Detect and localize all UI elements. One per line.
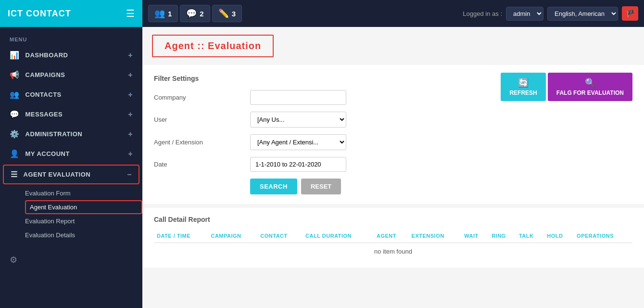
badge-count-2: 2	[200, 10, 203, 18]
contacts-plus-icon: +	[128, 90, 133, 99]
sidebar: MENU 📊 DASHBOARD + 📢 CAMPAIGNS + 👥 CONTA…	[0, 27, 142, 308]
reset-button[interactable]: RESET	[301, 179, 341, 194]
flag-button[interactable]: 🏴	[622, 6, 638, 21]
search-button[interactable]: SEARCH	[250, 179, 297, 194]
col-extension: EXTENSION	[409, 229, 462, 243]
sidebar-label-dashboard: DASHBOARD	[25, 51, 68, 59]
report-table-head: DATE / TIME CAMPAIGN CONTACT CALL DURATI…	[154, 229, 632, 243]
dashboard-plus-icon: +	[128, 51, 133, 60]
hamburger-icon[interactable]: ☰	[126, 8, 135, 19]
badge-count-1: 1	[168, 10, 172, 18]
company-input[interactable]	[250, 90, 346, 105]
filter-row-agent: Agent / Extension [Any Agent / Extensi..…	[154, 134, 632, 150]
sidebar-item-dashboard[interactable]: 📊 DASHBOARD +	[0, 45, 142, 65]
date-input[interactable]	[250, 157, 346, 172]
sidebar-label-contacts: CONTACTS	[25, 91, 62, 98]
administration-plus-icon: +	[128, 130, 133, 139]
search-flag-icon: 🔍	[585, 77, 595, 88]
flag-icon: 🏴	[626, 10, 634, 17]
agent-select[interactable]: [Any Agent / Extensi...	[250, 134, 346, 150]
edit-icon: ✏️	[218, 8, 229, 19]
my-account-plus-icon: +	[128, 150, 133, 158]
user-label: User	[154, 116, 250, 123]
empty-row: no item found	[154, 243, 632, 260]
sidebar-menu-label: MENU	[0, 31, 142, 45]
col-agent: AGENT	[374, 229, 409, 243]
refresh-button[interactable]: 🔄 REFRESH	[501, 73, 545, 101]
badge-count-3: 3	[232, 10, 236, 18]
campaigns-icon: 📢	[10, 70, 20, 79]
col-call-duration: CALL DURATION	[303, 229, 374, 243]
admin-select[interactable]: admin	[506, 7, 543, 21]
chat-icon: 💬	[186, 8, 197, 19]
nav-badge-2[interactable]: 💬 2	[180, 5, 210, 22]
my-account-icon: 👤	[10, 149, 20, 158]
filter-section: Filter Settings 🔄 REFRESH 🔍 FALG FOR EVA…	[142, 65, 644, 204]
col-talk: TALK	[516, 229, 544, 243]
col-hold: HOLD	[544, 229, 574, 243]
users-icon: 👥	[154, 8, 165, 19]
top-header: ICT CONTACT ☰ 👥 1 💬 2 ✏️ 3 Logged in as …	[0, 0, 644, 27]
sidebar-label-agent-eval: AGENT EVALUATION	[24, 171, 91, 178]
refresh-icon: 🔄	[518, 77, 529, 88]
refresh-label: REFRESH	[509, 90, 537, 96]
agent-eval-minus-icon: −	[127, 170, 132, 179]
header-nav: 👥 1 💬 2 ✏️ 3	[142, 5, 463, 22]
top-action-buttons: 🔄 REFRESH 🔍 FALG FOR EVALUATION	[501, 73, 632, 101]
flag-eval-button[interactable]: 🔍 FALG FOR EVALUATION	[548, 73, 632, 101]
language-select[interactable]: English, American	[547, 7, 618, 21]
brand-area: ICT CONTACT ☰	[0, 0, 142, 27]
campaigns-plus-icon: +	[128, 71, 133, 79]
sidebar-item-my-account[interactable]: 👤 MY ACCOUNT +	[0, 144, 142, 164]
agent-label: Agent / Extension	[154, 139, 250, 146]
col-operations: OPERATIONS	[574, 229, 632, 243]
page-title: Agent :: Evaluation	[164, 40, 261, 51]
no-item-text: no item found	[154, 243, 632, 260]
sidebar-sub-eval-report[interactable]: Evaluation Report	[25, 214, 142, 228]
user-select[interactable]: [Any Us...	[250, 112, 346, 128]
report-section: Call Detail Report DATE / TIME CAMPAIGN …	[142, 208, 644, 268]
content-area: Agent :: Evaluation Filter Settings 🔄 RE…	[142, 27, 644, 308]
sidebar-sub-eval-details[interactable]: Evaluation Details	[25, 228, 142, 242]
sidebar-item-messages[interactable]: 💬 MESSAGES +	[0, 104, 142, 124]
administration-icon: ⚙️	[10, 129, 20, 139]
flag-eval-label: FALG FOR EVALUATION	[556, 90, 624, 96]
sidebar-sub-menu: Evaluation Form Agent Evaluation Evaluat…	[0, 185, 142, 243]
sidebar-item-contacts[interactable]: 👥 CONTACTS +	[0, 85, 142, 104]
col-wait: WAIT	[461, 229, 489, 243]
contacts-icon: 👥	[10, 90, 20, 99]
settings-cog-icon[interactable]: ⚙	[10, 255, 17, 265]
dashboard-icon: 📊	[10, 51, 20, 60]
action-buttons: SEARCH RESET	[250, 179, 632, 194]
col-datetime: DATE / TIME	[154, 229, 208, 243]
col-ring: RING	[489, 229, 516, 243]
company-label: Commpany	[154, 94, 250, 101]
sidebar-sub-eval-form[interactable]: Evaluation Form	[25, 186, 142, 200]
report-table-body: no item found	[154, 243, 632, 260]
page-title-box: Agent :: Evaluation	[152, 35, 274, 57]
brand-name: ICT CONTACT	[8, 9, 71, 19]
date-label: Date	[154, 161, 250, 168]
sidebar-label-administration: ADMINISTRATION	[25, 130, 83, 138]
col-campaign: CAMPAIGN	[208, 229, 257, 243]
nav-badge-3[interactable]: ✏️ 3	[212, 5, 242, 22]
filter-row-date: Date	[154, 157, 632, 172]
sidebar-item-agent-evaluation[interactable]: ☰ AGENT EVALUATION −	[3, 165, 139, 184]
sidebar-label-messages: MESSAGES	[25, 111, 63, 118]
sidebar-label-campaigns: CAMPAIGNS	[25, 71, 65, 78]
report-table: DATE / TIME CAMPAIGN CONTACT CALL DURATI…	[154, 229, 632, 260]
messages-icon: 💬	[10, 110, 20, 119]
nav-badge-1[interactable]: 👥 1	[148, 5, 178, 22]
messages-plus-icon: +	[128, 110, 133, 119]
sidebar-sub-agent-eval[interactable]: Agent Evaluation	[25, 200, 142, 214]
sidebar-item-administration[interactable]: ⚙️ ADMINISTRATION +	[0, 124, 142, 144]
filter-row-user: User [Any Us...	[154, 112, 632, 128]
main-layout: MENU 📊 DASHBOARD + 📢 CAMPAIGNS + 👥 CONTA…	[0, 27, 644, 308]
report-header-row: DATE / TIME CAMPAIGN CONTACT CALL DURATI…	[154, 229, 632, 243]
header-right: Logged in as : admin English, American 🏴	[463, 6, 644, 21]
agent-eval-icon: ☰	[11, 170, 18, 179]
sidebar-label-my-account: MY ACCOUNT	[25, 150, 70, 157]
logged-in-label: Logged in as :	[463, 10, 502, 17]
sidebar-item-campaigns[interactable]: 📢 CAMPAIGNS +	[0, 65, 142, 85]
report-header: Call Detail Report	[154, 216, 632, 223]
